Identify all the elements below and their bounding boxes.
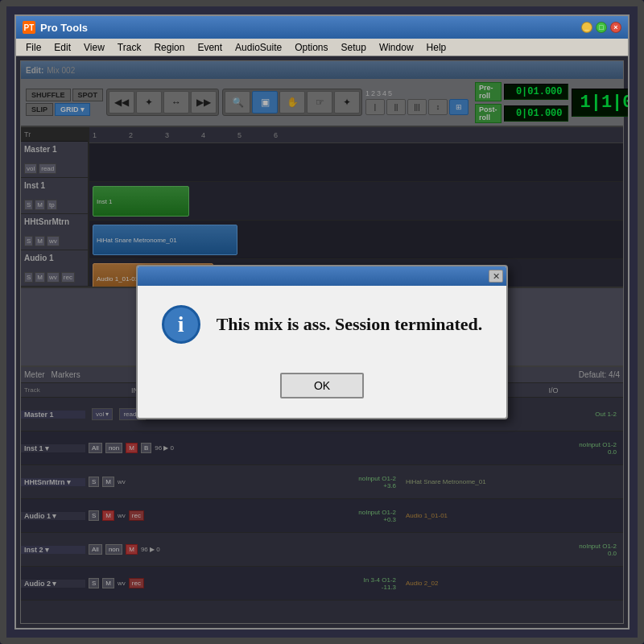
info-icon: i bbox=[162, 305, 200, 344]
app-title: Pro Tools bbox=[40, 22, 88, 34]
menu-help[interactable]: Help bbox=[420, 40, 453, 55]
screen: PT Pro Tools _ □ × File Edit View Track … bbox=[0, 0, 644, 644]
dialog-overlay: ✕ i This mix is ass. Session terminated.… bbox=[16, 56, 628, 628]
menu-bar: File Edit View Track Region Event AudioS… bbox=[16, 39, 628, 56]
menu-track[interactable]: Track bbox=[111, 40, 148, 55]
menu-view[interactable]: View bbox=[77, 40, 111, 55]
menu-audiosuite[interactable]: AudioSuite bbox=[229, 40, 288, 55]
close-button[interactable]: × bbox=[610, 22, 621, 33]
title-bar-controls: _ □ × bbox=[581, 22, 621, 33]
pro-tools-window: PT Pro Tools _ □ × File Edit View Track … bbox=[14, 14, 630, 630]
title-bar: PT Pro Tools _ □ × bbox=[16, 16, 628, 39]
dialog-footer: OK bbox=[138, 363, 507, 418]
dialog-body: i This mix is ass. Session terminated. bbox=[138, 286, 507, 363]
dialog-title-bar: ✕ bbox=[138, 266, 507, 286]
minimize-button[interactable]: _ bbox=[581, 22, 592, 33]
app-icon: PT bbox=[23, 21, 35, 34]
dialog-close-button[interactable]: ✕ bbox=[489, 270, 503, 283]
maximize-button[interactable]: □ bbox=[596, 22, 607, 33]
daw-content: Edit: Mix 002 SHUFFLE SPOT SLIP GR bbox=[16, 56, 628, 628]
menu-file[interactable]: File bbox=[19, 40, 47, 55]
dialog-box: ✕ i This mix is ass. Session terminated.… bbox=[136, 265, 509, 419]
menu-setup[interactable]: Setup bbox=[335, 40, 373, 55]
dialog-message: This mix is ass. Session terminated. bbox=[217, 314, 483, 335]
menu-region[interactable]: Region bbox=[147, 40, 191, 55]
menu-options[interactable]: Options bbox=[288, 40, 334, 55]
menu-window[interactable]: Window bbox=[373, 40, 420, 55]
menu-event[interactable]: Event bbox=[191, 40, 229, 55]
dialog-ok-button[interactable]: OK bbox=[280, 373, 364, 398]
menu-edit[interactable]: Edit bbox=[47, 40, 77, 55]
